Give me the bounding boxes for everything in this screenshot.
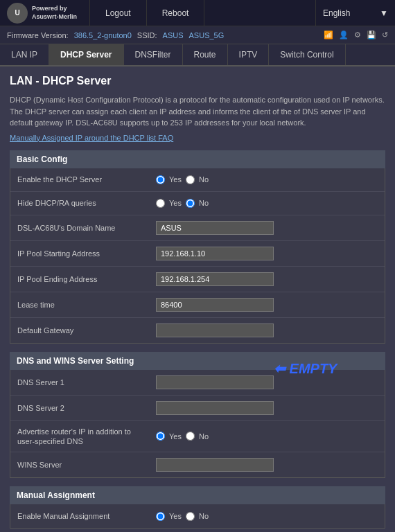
input-wins[interactable] bbox=[156, 458, 274, 472]
radio-manual-yes[interactable] bbox=[156, 512, 165, 521]
label-ip-end: IP Pool Ending Address bbox=[10, 272, 149, 286]
firmware-label: Firmware Version: bbox=[7, 31, 69, 39]
logo-area: U Powered by Asuswrt-Merlin bbox=[0, 0, 90, 26]
value-ip-end bbox=[149, 269, 385, 289]
input-ip-start[interactable] bbox=[156, 247, 274, 260]
radio-advertise-dns: Yes No bbox=[156, 432, 209, 441]
value-default-gw bbox=[149, 321, 385, 340]
label-lease-time: Lease time bbox=[10, 298, 149, 312]
brand-name: Asuswrt-Merlin bbox=[32, 13, 77, 21]
ssid2[interactable]: ASUS_5G bbox=[189, 31, 225, 39]
tab-dhcp-server[interactable]: DHCP Server bbox=[49, 44, 123, 65]
label-no-3: No bbox=[199, 432, 209, 441]
field-advertise-dns: Advertise router's IP in addition to use… bbox=[10, 421, 385, 453]
dns-wins-body: DNS Server 1 ⬅ EMPTY DNS Server 2 Advert… bbox=[10, 370, 385, 479]
logout-button[interactable]: Logout bbox=[90, 0, 147, 26]
label-domain-name: DSL-AC68U's Domain Name bbox=[10, 221, 149, 235]
label-ip-start: IP Pool Starting Address bbox=[10, 247, 149, 260]
header: U Powered by Asuswrt-Merlin Logout Reboo… bbox=[0, 0, 395, 26]
tab-route[interactable]: Route bbox=[183, 44, 228, 65]
firmware-bar: Firmware Version: 386.5_2-gnuton0 SSID: … bbox=[0, 26, 395, 44]
label-no-1: No bbox=[199, 175, 209, 184]
radio-enable-dhcp: Yes No bbox=[156, 175, 209, 184]
header-nav: Logout Reboot English ▼ bbox=[90, 0, 395, 26]
label-yes-4: Yes bbox=[169, 512, 182, 520]
settings-icon: ⚙ bbox=[354, 30, 361, 39]
input-default-gw[interactable] bbox=[156, 323, 274, 337]
value-dns2 bbox=[149, 398, 385, 418]
power-icon: ↺ bbox=[382, 30, 388, 39]
field-dns2: DNS Server 2 bbox=[10, 396, 385, 421]
tab-switch-control[interactable]: Switch Control bbox=[269, 44, 345, 65]
label-advertise-dns: Advertise router's IP in addition to use… bbox=[10, 424, 149, 450]
field-dns1: DNS Server 1 ⬅ EMPTY bbox=[10, 370, 385, 396]
field-domain-name: DSL-AC68U's Domain Name bbox=[10, 215, 385, 241]
ssid1[interactable]: ASUS bbox=[163, 31, 184, 39]
page-content: LAN - DHCP Server DHCP (Dynamic Host Con… bbox=[0, 66, 395, 532]
label-enable-dhcp: Enable the DHCP Server bbox=[10, 172, 149, 186]
tab-bar: LAN IP DHCP Server DNSFilter Route IPTV … bbox=[0, 44, 395, 66]
wifi-icon: 📶 bbox=[324, 30, 333, 39]
radio-advertise-no[interactable] bbox=[186, 432, 195, 441]
field-default-gw: Default Gateway bbox=[10, 318, 385, 343]
radio-hide-dhcp-no[interactable] bbox=[186, 199, 195, 208]
label-yes-1: Yes bbox=[169, 175, 182, 184]
language-selector[interactable]: English ▼ bbox=[315, 0, 395, 26]
page-description: DHCP (Dynamic Host Configuration Protoco… bbox=[10, 94, 385, 129]
label-enable-manual: Enable Manual Assignment bbox=[10, 509, 149, 523]
field-hide-dhcp: Hide DHCP/RA queries Yes No bbox=[10, 192, 385, 215]
save-icon: 💾 bbox=[367, 30, 376, 39]
value-wins bbox=[149, 455, 385, 475]
basic-config-header: Basic Config bbox=[10, 150, 385, 168]
tab-dnsfilter[interactable]: DNSFilter bbox=[124, 44, 183, 65]
input-dns1[interactable] bbox=[156, 375, 274, 389]
label-yes-3: Yes bbox=[169, 432, 182, 441]
radio-hide-dhcp-yes[interactable] bbox=[156, 199, 165, 208]
field-ip-end: IP Pool Ending Address bbox=[10, 267, 385, 292]
value-hide-dhcp: Yes No bbox=[149, 196, 385, 211]
page-title: LAN - DHCP Server bbox=[10, 75, 385, 87]
header-icons: 📶 👤 ⚙ 💾 ↺ bbox=[324, 30, 388, 39]
input-dns2[interactable] bbox=[156, 401, 274, 415]
radio-enable-manual: Yes No bbox=[156, 512, 209, 521]
field-wins: WINS Server bbox=[10, 452, 385, 477]
radio-manual-no[interactable] bbox=[186, 512, 195, 521]
radio-advertise-yes[interactable] bbox=[156, 432, 165, 441]
label-hide-dhcp: Hide DHCP/RA queries bbox=[10, 196, 149, 210]
value-enable-manual: Yes No bbox=[149, 509, 385, 524]
ssid-label: SSID: bbox=[137, 31, 157, 39]
input-ip-end[interactable] bbox=[156, 272, 274, 286]
basic-config-body: Enable the DHCP Server Yes No Hide DHCP/… bbox=[10, 168, 385, 344]
radio-enable-dhcp-no[interactable] bbox=[186, 175, 195, 184]
label-default-gw: Default Gateway bbox=[10, 323, 149, 337]
label-yes-2: Yes bbox=[169, 199, 182, 207]
label-dns1: DNS Server 1 bbox=[10, 375, 149, 389]
radio-enable-dhcp-yes[interactable] bbox=[156, 175, 165, 184]
reboot-button[interactable]: Reboot bbox=[147, 0, 205, 26]
value-enable-dhcp: Yes No bbox=[149, 172, 385, 187]
tab-lan-ip[interactable]: LAN IP bbox=[0, 44, 49, 65]
manual-assignment-body: Enable Manual Assignment Yes No bbox=[10, 504, 385, 529]
field-enable-dhcp: Enable the DHCP Server Yes No bbox=[10, 168, 385, 192]
logo-icon: U bbox=[7, 3, 28, 24]
language-label: English bbox=[323, 8, 350, 18]
value-domain-name bbox=[149, 218, 385, 238]
powered-by-label: Powered by bbox=[32, 5, 77, 13]
value-dns1: ⬅ EMPTY bbox=[149, 373, 385, 392]
chevron-down-icon: ▼ bbox=[380, 8, 388, 18]
dns-wins-header: DNS and WINS Server Setting bbox=[10, 352, 385, 370]
input-lease-time[interactable] bbox=[156, 298, 274, 312]
radio-hide-dhcp: Yes No bbox=[156, 199, 209, 208]
firmware-version[interactable]: 386.5_2-gnuton0 bbox=[74, 31, 132, 39]
label-dns2: DNS Server 2 bbox=[10, 401, 149, 415]
manual-assignment-header: Manual Assignment bbox=[10, 486, 385, 504]
tab-iptv[interactable]: IPTV bbox=[228, 44, 270, 65]
user-icon: 👤 bbox=[339, 30, 349, 39]
faq-link[interactable]: Manually Assigned IP around the DHCP lis… bbox=[10, 134, 173, 142]
field-ip-start: IP Pool Starting Address bbox=[10, 241, 385, 267]
value-ip-start bbox=[149, 244, 385, 263]
input-domain-name[interactable] bbox=[156, 221, 274, 235]
value-advertise-dns: Yes No bbox=[149, 429, 385, 443]
logo-text: Powered by Asuswrt-Merlin bbox=[32, 5, 77, 21]
value-lease-time bbox=[149, 295, 385, 314]
